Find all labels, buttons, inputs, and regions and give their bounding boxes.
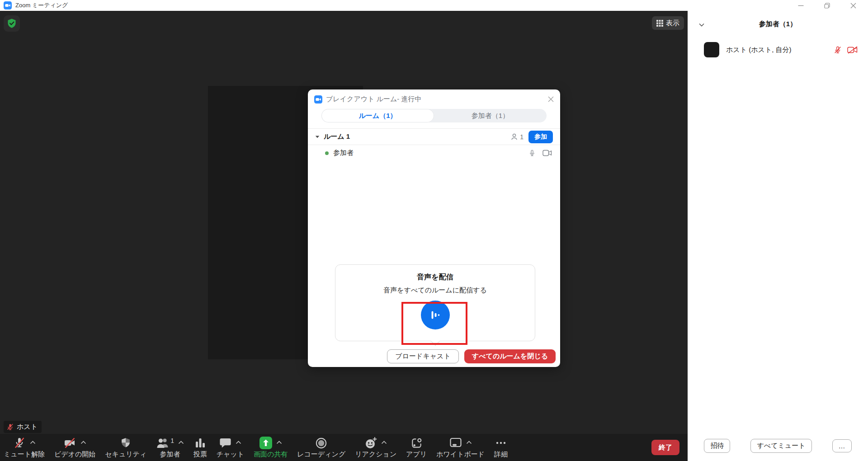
video-muted-icon (63, 437, 76, 449)
avatar (704, 42, 719, 57)
panel-more-button[interactable]: … (832, 439, 852, 452)
security-shield-icon (120, 437, 132, 449)
tab-rooms[interactable]: ルーム（1） (321, 109, 434, 122)
chevron-up-icon[interactable] (178, 441, 184, 444)
grid-view-icon (656, 20, 663, 27)
broadcast-voice-button[interactable] (421, 301, 450, 329)
participant-list-item[interactable]: ホスト (ホスト, 自分) (688, 42, 868, 57)
broadcast-popover-subtitle: 音声をすべてのルームに配信する (335, 286, 535, 295)
polls-icon (194, 437, 206, 449)
toolbar-security-button[interactable]: セキュリティ (105, 436, 146, 459)
end-meeting-button[interactable]: 終了 (651, 440, 679, 455)
dialog-close-button[interactable] (548, 96, 554, 104)
meeting-stage: 表示 ホスト ブレイクアウト ルーム- 進行中 (0, 11, 688, 461)
zoom-camera-icon (314, 95, 322, 103)
participants-panel: 参加者（1） ホスト (ホスト, 自分) (688, 11, 868, 461)
dialog-tab-bar: ルーム（1） 参加者（1） (321, 109, 547, 122)
toolbar-more-button[interactable]: 詳細 (494, 436, 508, 459)
window-titlebar: Zoom ミーティング (0, 0, 868, 11)
invite-button[interactable]: 招待 (704, 439, 730, 453)
meeting-toolbar: ミュート解除 ビデオの開始 (0, 434, 688, 461)
participants-count-badge: 1 (170, 437, 174, 444)
chat-icon (219, 437, 231, 449)
close-icon (548, 96, 554, 102)
breakout-rooms-dialog: ブレイクアウト ルーム- 進行中 ルーム（1） 参加者（1） ルーム 1 (308, 89, 560, 367)
toolbar-unmute-button[interactable]: ミュート解除 (4, 436, 45, 459)
participant-count-icon (511, 133, 518, 140)
chevron-up-icon[interactable] (466, 441, 472, 444)
shield-check-icon (6, 18, 17, 29)
chevron-up-icon[interactable] (236, 441, 241, 444)
chevron-down-icon (698, 23, 705, 27)
reactions-icon (364, 437, 377, 449)
close-all-rooms-button[interactable]: すべてのルームを閉じる (464, 349, 556, 363)
toolbar-share-screen-button[interactable]: 画面の共有 (254, 436, 288, 459)
room-participant-count: 1 (520, 133, 524, 141)
whiteboard-icon (449, 437, 462, 449)
participants-icon (156, 437, 170, 449)
mic-muted-icon (6, 423, 14, 431)
chevron-up-icon[interactable] (276, 441, 282, 444)
toolbar-participants-button[interactable]: 1 参加者 (156, 436, 184, 459)
zoom-app-icon (4, 1, 12, 9)
join-room-button[interactable]: 参加 (528, 131, 553, 143)
restore-button[interactable] (824, 2, 830, 9)
chevron-up-icon[interactable] (30, 441, 36, 444)
room-name: ルーム 1 (324, 132, 350, 141)
share-screen-icon (259, 437, 272, 449)
apps-icon (410, 437, 423, 449)
self-view-name: ホスト (17, 423, 38, 431)
more-dots-icon (495, 437, 507, 449)
collapse-caret-icon[interactable] (315, 135, 320, 139)
video-muted-icon (847, 46, 858, 54)
toolbar-polls-button[interactable]: 投票 (193, 436, 207, 459)
chevron-up-icon[interactable] (80, 441, 86, 444)
view-button[interactable]: 表示 (652, 16, 684, 30)
toolbar-apps-button[interactable]: アプリ (406, 436, 427, 459)
toolbar-reactions-button[interactable]: リアクション (355, 436, 396, 459)
broadcast-popover-title: 音声を配信 (335, 273, 535, 282)
toolbar-start-video-button[interactable]: ビデオの開始 (54, 436, 95, 459)
minimize-icon (798, 3, 804, 9)
broadcast-button[interactable]: ブロードキャスト (387, 349, 458, 363)
restore-icon (824, 3, 830, 9)
broadcast-audio-icon (429, 308, 442, 322)
room-participant-row[interactable]: 参加者 (308, 145, 560, 161)
toolbar-chat-button[interactable]: チャット (217, 436, 244, 459)
mic-muted-icon (834, 46, 842, 54)
minimize-button[interactable] (797, 2, 804, 9)
view-button-label: 表示 (666, 19, 679, 28)
mic-muted-icon (13, 437, 26, 449)
chevron-up-icon[interactable] (381, 441, 387, 444)
toolbar-whiteboard-button[interactable]: ホワイトボード (436, 436, 485, 459)
online-status-dot (325, 151, 329, 155)
encryption-badge[interactable] (4, 15, 20, 32)
tab-participants[interactable]: 参加者（1） (434, 109, 547, 122)
close-icon (850, 3, 856, 9)
panel-collapse-button[interactable] (698, 21, 705, 29)
broadcast-voice-popover: 音声を配信 音声をすべてのルームに配信する (335, 264, 535, 341)
room-participant-name: 参加者 (333, 149, 354, 157)
window-title: Zoom ミーティング (15, 1, 68, 9)
mute-all-button[interactable]: すべてミュート (750, 439, 811, 453)
popover-arrow (431, 337, 440, 346)
room-row[interactable]: ルーム 1 1 参加 (308, 129, 560, 145)
participants-panel-title: 参加者（1） (688, 18, 868, 30)
participant-name: ホスト (ホスト, 自分) (726, 46, 792, 54)
camera-icon (542, 150, 552, 156)
toolbar-record-button[interactable]: レコーディング (297, 436, 345, 459)
mic-icon (528, 149, 536, 157)
record-icon (315, 437, 327, 449)
close-button[interactable] (850, 2, 856, 9)
dialog-title: ブレイクアウト ルーム- 進行中 (326, 95, 422, 103)
self-view-name-tag: ホスト (4, 421, 42, 433)
